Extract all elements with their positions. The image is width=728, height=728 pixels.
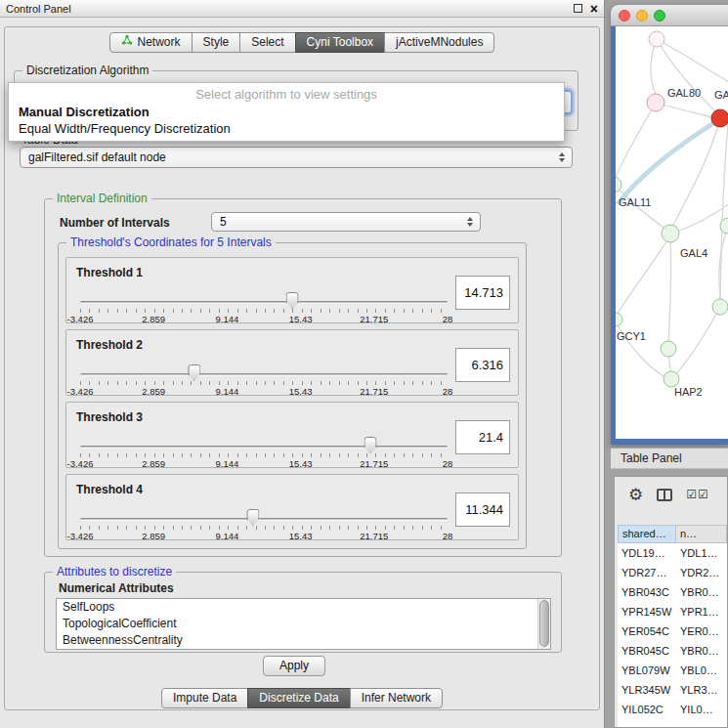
cell-name[interactable]: YIL0… [676, 700, 727, 719]
slider-thumb[interactable] [364, 437, 377, 453]
cell-shared-name[interactable]: YLR345W [618, 680, 676, 700]
table-row[interactable]: YIL052CYIL0… [618, 700, 727, 719]
table-row[interactable]: YPR145WYPR1… [618, 602, 727, 621]
highlighted-edge[interactable] [618, 120, 718, 204]
cell-name[interactable]: YDR2… [676, 563, 727, 582]
table-row[interactable]: YBR043CYBR0… [618, 582, 727, 602]
network-node[interactable] [661, 341, 676, 357]
table-row[interactable]: YER054CYER0… [618, 621, 727, 641]
threshold-2-panel: Threshold 2 -3.4262.8599.14415.4321.7152… [65, 329, 519, 396]
number-of-intervals-label: Number of Intervals [60, 216, 170, 230]
select-columns-icon[interactable]: ☑☑ [686, 488, 709, 501]
threshold-4-slider[interactable]: -3.4262.8599.14415.4321.71528 [80, 504, 448, 539]
slider-thumb[interactable] [188, 364, 200, 381]
top-tab-bar: Network Style Select Cyni Toolbox jActiv… [0, 32, 604, 53]
table-row[interactable]: YBR045CYBR0… [618, 641, 727, 661]
threshold-2-label: Threshold 2 [76, 338, 143, 352]
tab-impute-data[interactable]: Impute Data [161, 688, 248, 708]
number-of-intervals-select[interactable]: 5 [211, 212, 481, 232]
gear-icon[interactable]: ⚙ [628, 487, 643, 503]
slider-ticks [80, 526, 448, 530]
cell-name[interactable]: YDL1… [676, 543, 727, 563]
zoom-traffic-light-icon[interactable] [654, 10, 665, 21]
cell-shared-name[interactable]: YPR145W [618, 602, 676, 621]
cell-shared-name[interactable]: YIL052C [618, 700, 676, 719]
table-row[interactable]: YLR345WYLR3… [618, 680, 727, 700]
tab-infer-network[interactable]: Infer Network [350, 688, 443, 708]
tab-select[interactable]: Select [239, 32, 295, 53]
column-header-name[interactable]: n… [676, 525, 727, 543]
cell-shared-name[interactable]: YER054C [618, 621, 676, 641]
scale-label: 21.715 [360, 314, 388, 324]
threshold-3-value[interactable]: 21.4 [455, 420, 510, 454]
network-node[interactable] [662, 225, 679, 242]
scrollbar-thumb[interactable] [539, 600, 549, 647]
number-of-intervals-value: 5 [220, 215, 227, 229]
apply-button[interactable]: Apply [263, 656, 325, 676]
network-node[interactable] [616, 177, 621, 193]
cell-name[interactable]: YER0… [676, 621, 727, 641]
cell-shared-name[interactable]: YDR27… [618, 563, 676, 582]
tab-cyni-toolbox[interactable]: Cyni Toolbox [295, 32, 385, 53]
cell-shared-name[interactable]: YDL19… [618, 543, 676, 563]
list-item[interactable]: SelfLoops [57, 599, 550, 616]
table-data-select[interactable]: galFiltered.sif default node [20, 147, 573, 168]
attributes-group: Attributes to discretize Numerical Attri… [44, 572, 562, 653]
table-row[interactable]: YBL079WYBL0… [618, 661, 727, 680]
tab-network-label: Network [138, 33, 181, 52]
column-header-shared-name[interactable]: shared… [618, 525, 676, 543]
scale-label: 28 [443, 314, 453, 324]
discretization-algorithm-group-title: Discretization Algorithm [22, 64, 152, 77]
cell-shared-name[interactable]: YBR043C [618, 582, 676, 602]
dropdown-option-manual-discretization[interactable]: Manual Discretization [9, 104, 564, 120]
stepper-arrows-icon [555, 152, 568, 162]
tab-discretize-data[interactable]: Discretize Data [247, 688, 350, 708]
scale-label: 2.859 [142, 314, 165, 324]
cell-name[interactable]: YBR0… [676, 641, 727, 661]
network-node[interactable] [712, 299, 728, 315]
node-label-hap2: HAP2 [674, 386, 703, 398]
network-node[interactable] [616, 313, 622, 326]
threshold-2-slider[interactable]: -3.4262.8599.14415.4321.71528 [80, 360, 448, 395]
cell-name[interactable]: YBR0… [676, 582, 727, 602]
network-icon [121, 33, 133, 52]
numerical-attributes-list[interactable]: SelfLoops TopologicalCoefficient Between… [56, 598, 551, 650]
float-window-icon[interactable] [574, 4, 582, 13]
list-item[interactable]: BetweennessCentrality [57, 632, 550, 649]
slider-thumb[interactable] [246, 509, 259, 526]
selected-network-node[interactable] [711, 109, 728, 127]
scale-label: 9.144 [216, 314, 239, 324]
threshold-3-slider[interactable]: -3.4262.8599.14415.4321.71528 [80, 432, 448, 467]
cell-name[interactable]: YPR1… [676, 602, 727, 621]
network-node[interactable] [649, 31, 664, 47]
close-icon[interactable]: × [590, 4, 598, 14]
close-traffic-light-icon[interactable] [619, 10, 630, 21]
node-label-gcy1: GCY1 [617, 330, 646, 342]
columns-icon[interactable] [657, 489, 672, 501]
table-row[interactable]: YDR27…YDR2… [618, 563, 727, 582]
scale-label: -3.426 [67, 314, 94, 324]
dropdown-option-equal-width[interactable]: Equal Width/Frequency Discretization [9, 120, 564, 137]
list-item[interactable]: TopologicalCoefficient [57, 616, 550, 632]
cell-shared-name[interactable]: YBR045C [618, 641, 676, 661]
table-row[interactable]: YDL19…YDL1… [618, 543, 727, 563]
scrollbar[interactable] [537, 599, 550, 649]
network-node[interactable] [664, 371, 679, 387]
scale-label: 15.43 [289, 458, 313, 469]
threshold-1-slider[interactable]: -3.4262.8599.14415.4321.71528 [80, 287, 448, 322]
thresholds-group: Threshold's Coordinates for 5 Intervals … [58, 242, 527, 549]
tab-style[interactable]: Style [192, 32, 241, 53]
minimize-traffic-light-icon[interactable] [636, 10, 648, 21]
threshold-2-value[interactable]: 6.316 [455, 348, 510, 382]
slider-thumb[interactable] [286, 292, 299, 309]
cell-name[interactable]: YBL0… [676, 661, 727, 680]
cell-name[interactable]: YLR3… [676, 680, 727, 700]
tab-network[interactable]: Network [109, 32, 193, 53]
network-node[interactable] [647, 94, 664, 111]
tab-jactivemnodules[interactable]: jActiveMNodules [384, 32, 494, 53]
threshold-1-value[interactable]: 14.713 [455, 276, 510, 310]
network-canvas[interactable]: GAL80 GA GAL11 GAL4 GCY1 HAP2 [616, 26, 728, 439]
threshold-4-value[interactable]: 11.344 [455, 492, 510, 527]
cell-shared-name[interactable]: YBL079W [618, 661, 676, 680]
scale-label: 9.144 [216, 458, 239, 469]
